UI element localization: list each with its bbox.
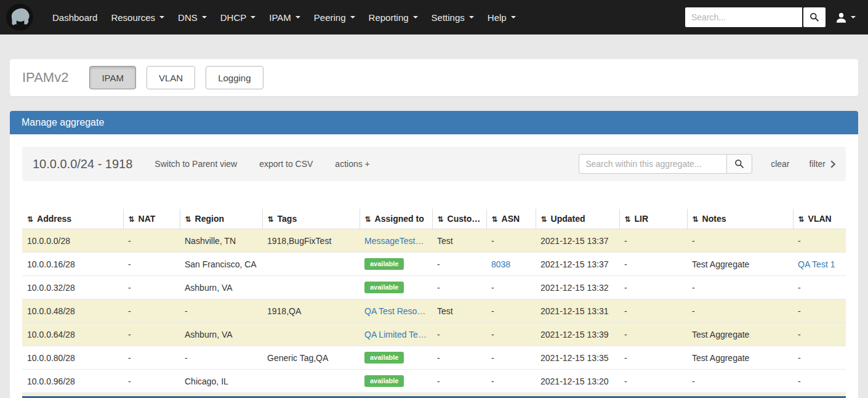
cell-vlan: - [793, 276, 846, 299]
cell-lir: - [619, 323, 687, 346]
column-header-assigned-to[interactable]: ⇅Assigned to [360, 209, 432, 229]
caret-down-icon [251, 16, 255, 18]
aggregate-search-input[interactable] [579, 154, 726, 174]
cell-address: 10.0.0.32/28 [22, 276, 123, 299]
cell-notes: Test Aggregate [687, 323, 793, 346]
column-header-tags[interactable]: ⇅Tags [262, 209, 360, 229]
search-icon [734, 159, 744, 169]
filter-link[interactable]: filter [810, 159, 835, 169]
table-row[interactable]: 10.0.0.32/28-Ashburn, VAavailable--2021-… [22, 276, 846, 299]
table-row[interactable]: 10.0.0.80/28--Generic Tag,QAavailable--2… [22, 346, 846, 370]
cell-nat: - [123, 299, 180, 323]
cell-vlan: - [793, 370, 846, 393]
cell-lir: - [619, 370, 687, 393]
nav-item-help[interactable]: Help [481, 0, 523, 35]
global-search-button[interactable] [803, 7, 826, 27]
cell-updated: 2021-12-15 13:35 [536, 346, 619, 370]
cell-address: 10.0.0.96/28 [22, 370, 123, 393]
switch-parent-view-link[interactable]: Switch to Parent view [155, 159, 237, 169]
nav-item-settings[interactable]: Settings [425, 0, 481, 35]
cell-vlan: - [793, 323, 846, 346]
tab-logging[interactable]: Logging [206, 66, 263, 89]
cell-vlan: - [793, 299, 846, 323]
panel-title: Manage aggregate [22, 117, 104, 128]
nav-item-resources[interactable]: Resources [104, 0, 171, 35]
cell-asn: - [486, 229, 536, 253]
view-tabs: IPAMVLANLogging [89, 66, 263, 89]
cell-nat: - [123, 323, 180, 346]
sort-icon: ⇅ [129, 215, 135, 224]
cell-assigned-to: QA Limited Te… [360, 323, 432, 346]
chevron-right-icon [830, 160, 835, 168]
cell-assigned-to: available [360, 276, 432, 299]
cell-tags [262, 253, 360, 276]
cell-updated: 2021-12-15 13:39 [536, 323, 619, 346]
cell-nat: - [123, 346, 180, 370]
cell-assigned-to: QA Test Reso… [360, 299, 432, 323]
table-header-row: ⇅Address⇅NAT⇅Region⇅Tags⇅Assigned to⇅Cus… [22, 209, 846, 229]
caret-down-icon [413, 16, 418, 18]
nav-item-reporting[interactable]: Reporting [362, 0, 425, 35]
caret-down-icon [202, 16, 207, 18]
nav-item-dhcp[interactable]: DHCP [214, 0, 263, 35]
cell-customer: - [432, 253, 486, 276]
table-row[interactable]: 10.0.0.0/28-Nashville, TN1918,BugFixTest… [22, 229, 846, 253]
cell-notes: Test Aggregate [687, 253, 793, 276]
actions-menu-link[interactable]: actions + [335, 159, 369, 169]
nav-search [685, 7, 826, 27]
table-row[interactable]: 10.0.0.96/28-Chicago, ILavailable--2021-… [22, 370, 846, 393]
aggregate-search-button[interactable] [726, 154, 752, 174]
cell-asn: - [486, 276, 536, 299]
global-search-input[interactable] [685, 7, 802, 27]
nav-item-ipam[interactable]: IPAM [262, 0, 307, 35]
nav-item-dns[interactable]: DNS [171, 0, 214, 35]
cell-link[interactable]: QA Test Reso… [364, 306, 425, 316]
cell-lir: - [619, 253, 687, 276]
column-header-customer[interactable]: ⇅Custo… [432, 209, 486, 229]
cell-link[interactable]: 8038 [491, 259, 510, 269]
cell-notes: - [687, 229, 793, 253]
cell-link[interactable]: MessageTest… [364, 236, 424, 246]
sort-icon: ⇅ [541, 215, 547, 224]
column-header-nat[interactable]: ⇅NAT [123, 209, 180, 229]
cell-assigned-to: MessageTest… [360, 229, 432, 253]
cell-region: Chicago, IL [180, 370, 262, 393]
nav-item-dashboard[interactable]: Dashboard [46, 0, 104, 35]
column-header-vlan[interactable]: ⇅VLAN [793, 209, 846, 229]
cell-notes: - [687, 276, 793, 299]
cell-nat: - [123, 370, 180, 393]
cell-region: San Francisco, CA [180, 253, 262, 276]
column-header-updated[interactable]: ⇅Updated [536, 209, 619, 229]
column-header-notes[interactable]: ⇅Notes [687, 209, 793, 229]
table-row[interactable]: 10.0.0.16/28-San Francisco, CAavailable-… [22, 253, 846, 276]
column-header-asn[interactable]: ⇅ASN [486, 209, 536, 229]
app-root: DashboardResourcesDNSDHCPIPAMPeeringRepo… [0, 0, 868, 398]
app-logo[interactable] [0, 0, 39, 35]
cell-updated: 2021-12-15 13:37 [536, 229, 619, 253]
nav-item-peering[interactable]: Peering [307, 0, 362, 35]
tab-ipam[interactable]: IPAM [89, 66, 136, 89]
table-row[interactable]: 10.0.0.48/28--1918,QAQA Test Reso…Test-2… [22, 299, 846, 323]
clear-filter-link[interactable]: clear [771, 159, 789, 169]
cell-customer: Test [432, 299, 486, 323]
cell-assigned-to: available [360, 370, 432, 393]
table-row[interactable]: 10.0.0.64/28-Ashburn, VAQA Limited Te…--… [22, 323, 846, 346]
cell-assigned-to: available [360, 253, 432, 276]
cell-notes: - [687, 299, 793, 323]
cell-lir: - [619, 229, 687, 253]
cell-link[interactable]: QA Test 1 [798, 259, 835, 269]
column-header-address[interactable]: ⇅Address [22, 209, 123, 229]
sort-icon: ⇅ [492, 215, 498, 224]
cell-link[interactable]: QA Limited Te… [364, 330, 427, 339]
mammoth-logo-icon [6, 3, 34, 31]
user-menu[interactable] [826, 12, 859, 23]
cell-asn: - [486, 370, 536, 393]
tab-vlan[interactable]: VLAN [147, 66, 195, 89]
sort-icon: ⇅ [798, 215, 805, 224]
aggregate-search [579, 154, 752, 174]
export-csv-link[interactable]: export to CSV [259, 159, 313, 169]
status-badge-available: available [364, 282, 404, 293]
cell-region: Ashburn, VA [180, 276, 262, 299]
column-header-region[interactable]: ⇅Region [180, 209, 262, 229]
column-header-lir[interactable]: ⇅LIR [619, 209, 687, 229]
